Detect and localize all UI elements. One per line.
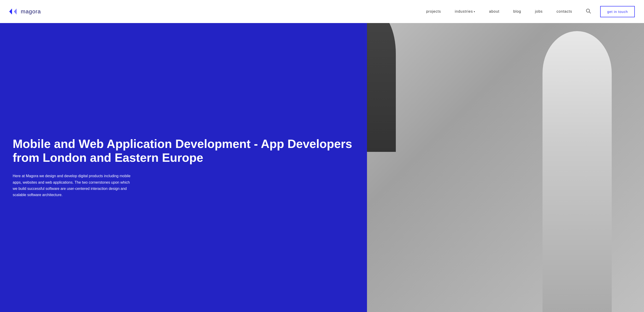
svg-marker-0 — [9, 8, 12, 14]
nav-item-about: about — [489, 9, 500, 13]
search-icon[interactable] — [586, 8, 591, 15]
nav-link-contacts[interactable]: contacts — [556, 9, 572, 13]
nav-item-contacts: contacts — [556, 9, 572, 13]
svg-point-2 — [586, 9, 590, 12]
nav-link-blog[interactable]: blog — [513, 9, 521, 13]
nav-item-blog: blog — [513, 9, 521, 13]
nav-item-projects: projects — [426, 9, 441, 13]
dropdown-arrow-icon: ▾ — [474, 10, 475, 13]
nav-right: get in touch — [586, 6, 635, 17]
hero-description: Here at Magora we design and develop dig… — [13, 173, 133, 198]
logo-icon — [9, 8, 18, 15]
nav-links: projects industries ▾ about blog jobs co… — [426, 9, 572, 13]
nav-item-jobs: jobs — [535, 9, 542, 13]
navbar: magora projects industries ▾ about blog … — [0, 0, 644, 23]
nav-link-projects[interactable]: projects — [426, 9, 441, 13]
nav-link-about[interactable]: about — [489, 9, 500, 13]
logo-link[interactable]: magora — [9, 8, 41, 15]
svg-line-3 — [589, 12, 591, 13]
logo-text: magora — [21, 8, 41, 15]
hero-title: Mobile and Web Application Development -… — [13, 137, 354, 165]
nav-link-jobs[interactable]: jobs — [535, 9, 542, 13]
hero-panel: Mobile and Web Application Development -… — [0, 23, 367, 312]
svg-marker-1 — [14, 8, 16, 14]
person-silhouette-2 — [542, 31, 612, 312]
get-in-touch-button[interactable]: get in touch — [600, 6, 635, 17]
nav-link-industries[interactable]: industries ▾ — [455, 9, 475, 13]
nav-item-industries: industries ▾ — [455, 9, 475, 13]
page-wrapper: magora projects industries ▾ about blog … — [0, 0, 644, 312]
